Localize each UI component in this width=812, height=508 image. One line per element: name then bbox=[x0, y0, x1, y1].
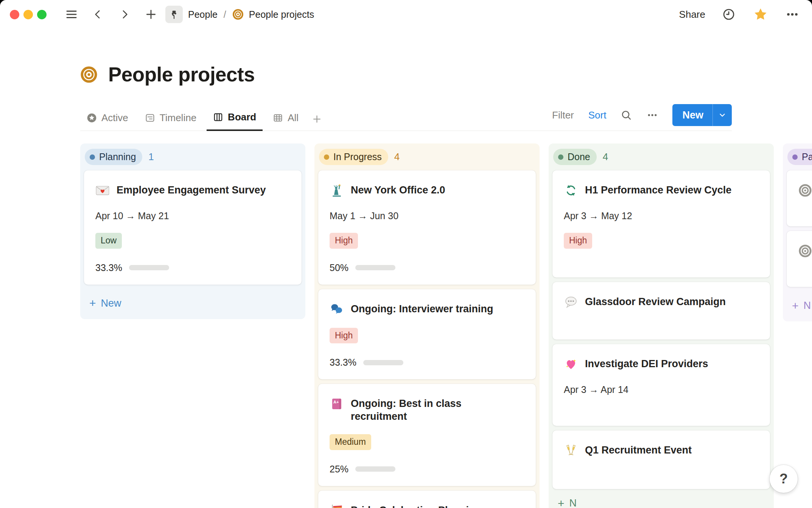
workspace-icon[interactable] bbox=[165, 6, 183, 23]
card-title: Pride Celebration Planning bbox=[351, 503, 481, 508]
card-untitled-1[interactable] bbox=[787, 170, 812, 226]
new-dropdown-chevron-icon[interactable] bbox=[712, 104, 732, 126]
card-q1-recruitment-event[interactable]: Q1 Recruitment Event bbox=[552, 430, 770, 489]
column-planning-header[interactable]: Planning bbox=[85, 149, 142, 165]
card-new-york-office[interactable]: New York Office 2.0 May 1 → Jun 30 High … bbox=[318, 170, 536, 285]
forward-icon[interactable] bbox=[116, 6, 133, 23]
card-glassdoor-review-campaign[interactable]: Glassdoor Review Campaign bbox=[552, 282, 770, 340]
close-window-button[interactable] bbox=[10, 10, 19, 19]
priority-tag: Medium bbox=[330, 434, 371, 450]
breadcrumb-workspace[interactable]: People bbox=[188, 9, 218, 20]
tab-active[interactable]: Active bbox=[80, 108, 135, 131]
column-in-progress-header[interactable]: In Progress bbox=[319, 149, 388, 165]
add-card-button-paused[interactable]: + N bbox=[787, 297, 812, 315]
card-title: Glassdoor Review Campaign bbox=[585, 295, 726, 308]
help-button[interactable]: ? bbox=[770, 465, 798, 493]
progress-bar bbox=[355, 466, 395, 472]
card-best-in-class-recruitment[interactable]: A+ Ongoing: Best in class recruitment Me… bbox=[318, 384, 536, 486]
breadcrumb-page[interactable]: People projects bbox=[249, 9, 314, 20]
progress-bar bbox=[355, 265, 395, 270]
column-in-progress: In Progress 4 bbox=[314, 143, 540, 508]
card-title: Ongoing: Interviewer training bbox=[351, 302, 493, 315]
speech-bubbles-icon bbox=[330, 302, 344, 316]
timeline-icon bbox=[145, 113, 155, 123]
progress-bar bbox=[129, 265, 169, 270]
card-title: Ongoing: Best in class recruitment bbox=[351, 397, 478, 423]
card-investigate-dei-providers[interactable]: Investigate DEI Providers Apr 3 → Apr 14 bbox=[552, 344, 770, 426]
filter-button[interactable]: Filter bbox=[552, 109, 574, 121]
column-paused-header[interactable]: Pa bbox=[787, 149, 812, 165]
breadcrumb-page-icon bbox=[232, 9, 244, 20]
clock-icon[interactable] bbox=[720, 6, 737, 23]
star-circle-icon bbox=[87, 113, 97, 123]
plus-icon: + bbox=[89, 298, 96, 308]
view-tabbar: Active Timeline Board All bbox=[80, 104, 732, 131]
column-count: 1 bbox=[148, 151, 154, 163]
sort-button[interactable]: Sort bbox=[588, 109, 607, 121]
page-title[interactable]: People projects bbox=[108, 63, 255, 86]
plus-icon: + bbox=[558, 499, 565, 508]
priority-tag: High bbox=[330, 233, 358, 249]
rainbow-flag-icon bbox=[330, 503, 344, 508]
view-options-icon[interactable] bbox=[647, 109, 658, 121]
status-dot bbox=[324, 154, 329, 160]
tab-timeline[interactable]: Timeline bbox=[138, 108, 203, 131]
share-button[interactable]: Share bbox=[679, 9, 705, 20]
breadcrumb: People / People projects bbox=[165, 6, 314, 23]
progress-label: 33.3% bbox=[330, 357, 356, 368]
search-icon[interactable] bbox=[621, 109, 632, 121]
card-dates: Apr 3 → May 12 bbox=[564, 210, 759, 221]
column-done-header[interactable]: Done bbox=[553, 149, 597, 165]
card-h1-performance-review[interactable]: H1 Performance Review Cycle Apr 3 → May … bbox=[552, 170, 770, 277]
card-title: Q1 Recruitment Event bbox=[585, 443, 692, 457]
window-controls bbox=[10, 10, 47, 19]
priority-tag: High bbox=[330, 328, 358, 344]
bullseye-gray-icon bbox=[798, 183, 812, 198]
kanban-board: Planning 1 Employee Engagement Survey Ap… bbox=[0, 143, 812, 508]
status-dot bbox=[558, 154, 563, 160]
love-letter-icon bbox=[95, 183, 110, 198]
favorite-star-icon[interactable] bbox=[752, 6, 769, 23]
new-button[interactable]: New bbox=[672, 104, 732, 126]
priority-tag: High bbox=[564, 233, 592, 249]
status-dot bbox=[90, 154, 95, 160]
card-dates: Apr 10 → May 21 bbox=[95, 210, 290, 221]
card-dates: May 1 → Jun 30 bbox=[330, 210, 524, 221]
progress-label: 50% bbox=[330, 262, 348, 273]
more-options-icon[interactable] bbox=[784, 6, 801, 23]
app-window: People / People projects Share bbox=[0, 0, 812, 508]
tab-all[interactable]: All bbox=[266, 108, 305, 131]
champagne-glasses-icon bbox=[564, 443, 578, 458]
zoom-window-button[interactable] bbox=[37, 10, 47, 19]
progress-label: 33.3% bbox=[95, 262, 122, 273]
column-planning: Planning 1 Employee Engagement Survey Ap… bbox=[80, 143, 305, 319]
priority-tag: Low bbox=[95, 233, 122, 249]
new-tab-icon[interactable] bbox=[143, 6, 159, 23]
add-card-button-done[interactable]: + N bbox=[552, 494, 770, 508]
progress-bar bbox=[363, 360, 403, 365]
speech-balloon-icon bbox=[564, 295, 578, 309]
card-pride-celebration-planning[interactable]: Pride Celebration Planning bbox=[318, 491, 536, 508]
column-done: Done 4 H1 Performance Review Cycle bbox=[549, 143, 774, 508]
svg-text:A+: A+ bbox=[333, 400, 339, 404]
card-title: New York Office 2.0 bbox=[351, 183, 445, 196]
back-icon[interactable] bbox=[90, 6, 106, 23]
add-view-icon[interactable] bbox=[309, 108, 325, 131]
page-icon-bullseye[interactable] bbox=[80, 66, 98, 83]
card-title: H1 Performance Review Cycle bbox=[585, 183, 731, 196]
cycle-arrows-icon bbox=[564, 183, 578, 198]
tab-board[interactable]: Board bbox=[207, 108, 263, 131]
column-count: 4 bbox=[394, 151, 400, 163]
board-icon bbox=[213, 112, 223, 122]
card-employee-engagement-survey[interactable]: Employee Engagement Survey Apr 10 → May … bbox=[84, 170, 302, 285]
column-paused-partial: Pa bbox=[783, 143, 812, 321]
plus-icon: + bbox=[792, 301, 799, 311]
bullseye-gray-icon bbox=[798, 244, 812, 258]
sidebar-menu-icon[interactable] bbox=[63, 6, 80, 23]
add-card-button-planning[interactable]: + New bbox=[84, 295, 302, 312]
minimize-window-button[interactable] bbox=[23, 10, 33, 19]
status-dot bbox=[792, 154, 798, 160]
card-title: Investigate DEI Providers bbox=[585, 357, 708, 370]
card-untitled-2[interactable] bbox=[787, 231, 812, 287]
card-interviewer-training[interactable]: Ongoing: Interviewer training High 33.3% bbox=[318, 289, 536, 380]
